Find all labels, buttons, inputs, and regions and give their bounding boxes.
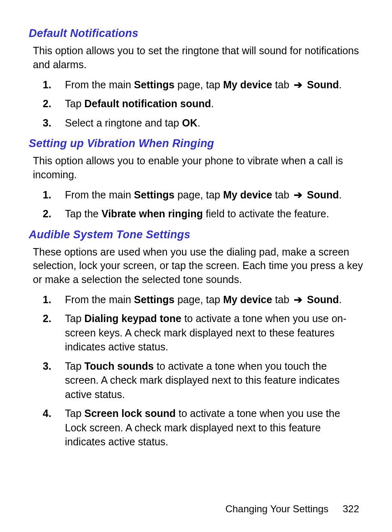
step-item: 3.Tap Touch sounds to activate a tone wh… <box>29 359 363 402</box>
step-number: 1. <box>43 78 51 92</box>
section-title: Default Notifications <box>29 27 363 40</box>
bold-term: My device <box>223 189 272 200</box>
step-item: 2.Tap the Vibrate when ringing field to … <box>29 207 363 221</box>
bold-term: Dialing keypad tone <box>84 313 181 324</box>
step-number: 1. <box>43 292 51 307</box>
step-number: 3. <box>43 116 51 130</box>
bold-term: My device <box>223 294 272 305</box>
step-item: 2.Tap Default notification sound. <box>29 97 363 111</box>
bold-term: Touch sounds <box>84 360 154 372</box>
step-number: 2. <box>43 311 51 326</box>
step-item: 4.Tap Screen lock sound to activate a to… <box>29 406 363 449</box>
section-intro: These options are used when you use the … <box>33 245 363 287</box>
step-number: 2. <box>43 97 51 111</box>
step-item: 2.Tap Dialing keypad tone to activate a … <box>29 311 363 354</box>
step-number: 1. <box>43 188 51 202</box>
bold-term: Vibrate when ringing <box>101 208 203 219</box>
section-intro: This option allows you to enable your ph… <box>33 154 363 182</box>
bold-term: Settings <box>134 294 175 305</box>
step-item: 1.From the main Settings page, tap My de… <box>29 78 363 92</box>
page-footer: Changing Your Settings 322 <box>225 503 359 515</box>
step-number: 4. <box>43 406 51 421</box>
step-item: 1.From the main Settings page, tap My de… <box>29 292 363 307</box>
section-title: Setting up Vibration When Ringing <box>29 137 363 150</box>
step-item: 3.Select a ringtone and tap OK. <box>29 116 363 130</box>
bold-term: Screen lock sound <box>84 408 175 419</box>
footer-chapter: Changing Your Settings <box>225 503 328 514</box>
page-content: Default NotificationsThis option allows … <box>29 27 363 449</box>
bold-term: Default notification sound <box>84 98 211 109</box>
step-list: 1.From the main Settings page, tap My de… <box>29 188 363 221</box>
section-title: Audible System Tone Settings <box>29 228 363 241</box>
bold-term: Settings <box>134 79 175 90</box>
step-list: 1.From the main Settings page, tap My de… <box>29 78 363 130</box>
arrow-icon: ➔ <box>292 78 304 92</box>
step-number: 3. <box>43 359 51 373</box>
step-item: 1.From the main Settings page, tap My de… <box>29 188 363 202</box>
bold-term: Settings <box>134 189 175 200</box>
bold-term: OK <box>182 117 198 129</box>
step-list: 1.From the main Settings page, tap My de… <box>29 292 363 449</box>
bold-term: Sound <box>307 189 339 200</box>
bold-term: Sound <box>307 79 339 90</box>
footer-page-number: 322 <box>343 503 359 515</box>
arrow-icon: ➔ <box>292 292 304 307</box>
bold-term: My device <box>223 79 272 90</box>
arrow-icon: ➔ <box>292 188 304 202</box>
bold-term: Sound <box>307 294 339 305</box>
step-number: 2. <box>43 207 51 221</box>
section-intro: This option allows you to set the ringto… <box>33 44 363 72</box>
